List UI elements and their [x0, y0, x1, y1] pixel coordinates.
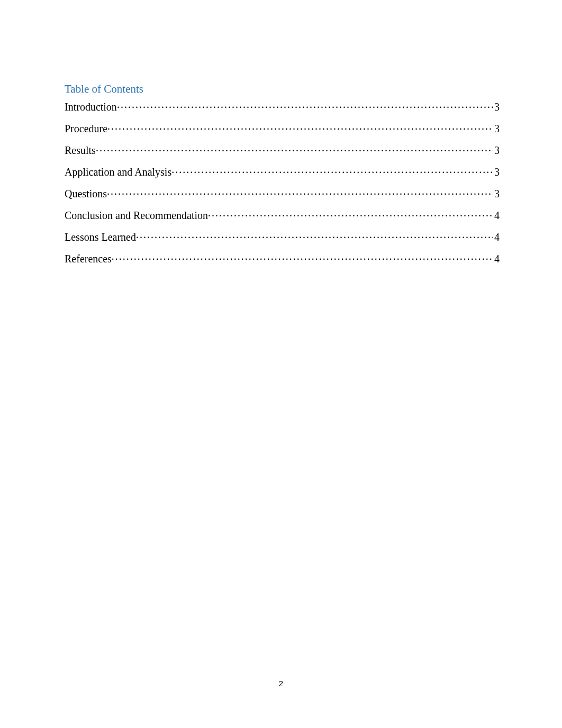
toc-entry[interactable]: References 4 — [65, 250, 500, 265]
toc-entry-label: Lessons Learned — [65, 231, 136, 243]
toc-heading: Table of Contents — [65, 83, 500, 96]
toc-dot-leader — [117, 98, 493, 111]
toc-entry[interactable]: Introduction 3 — [65, 98, 500, 113]
toc-entry-page: 4 — [493, 253, 500, 265]
toc-entry-page: 4 — [493, 210, 500, 222]
toc-entry-page: 3 — [493, 101, 500, 113]
toc-entry-label: Conclusion and Recommendation — [65, 210, 208, 222]
toc-dot-leader — [136, 228, 493, 241]
toc-entry-page: 3 — [493, 144, 500, 157]
toc-entry[interactable]: Lessons Learned 4 — [65, 228, 500, 243]
toc-entry-label: Procedure — [65, 123, 107, 135]
toc-entry[interactable]: Procedure 3 — [65, 120, 500, 135]
toc-dot-leader — [107, 185, 493, 197]
toc-entry[interactable]: Application and Analysis 3 — [65, 163, 500, 178]
toc-entry-page: 4 — [493, 231, 500, 243]
toc-entry-label: References — [65, 253, 112, 265]
document-page: Table of Contents Introduction 3 Procedu… — [0, 0, 562, 265]
toc-entry[interactable]: Conclusion and Recommendation 4 — [65, 206, 500, 222]
toc-list: Introduction 3 Procedure 3 Results 3 App… — [65, 98, 500, 265]
toc-entry-page: 3 — [493, 188, 500, 200]
toc-dot-leader — [96, 141, 493, 154]
page-number: 2 — [0, 679, 562, 688]
toc-entry-label: Questions — [65, 188, 107, 200]
toc-dot-leader — [171, 163, 493, 176]
toc-entry-label: Application and Analysis — [65, 166, 171, 178]
toc-dot-leader — [107, 120, 493, 132]
toc-dot-leader — [112, 250, 493, 262]
toc-entry-label: Introduction — [65, 101, 117, 113]
toc-dot-leader — [208, 206, 493, 219]
toc-entry-page: 3 — [493, 123, 500, 135]
toc-entry[interactable]: Results 3 — [65, 141, 500, 157]
toc-entry[interactable]: Questions 3 — [65, 185, 500, 200]
toc-entry-page: 3 — [493, 166, 500, 178]
toc-entry-label: Results — [65, 144, 96, 157]
